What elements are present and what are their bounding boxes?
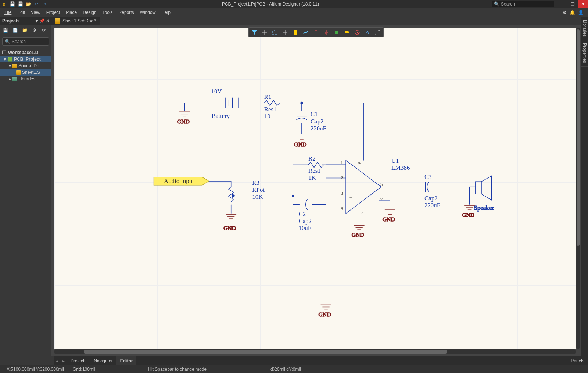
tab-next-icon[interactable]: ▸ (60, 358, 67, 363)
global-search[interactable]: 🔍 Search (492, 1, 554, 7)
place-netlabel-icon[interactable] (342, 28, 352, 36)
vertical-scrollbar[interactable] (576, 28, 580, 349)
menu-place[interactable]: Place (63, 8, 80, 17)
scroll-thumb[interactable] (577, 29, 580, 246)
gnd-c2[interactable]: GND (319, 305, 331, 317)
menu-help[interactable]: Help (158, 8, 173, 17)
menu-tools[interactable]: Tools (100, 8, 116, 17)
menu-reports[interactable]: Reports (116, 8, 137, 17)
panel-dropdown-icon[interactable]: ▾ (36, 18, 38, 24)
title-bar: ⌀ 💾 💾 📂 ↶ ↷ PCB_Project1.PrjPCB - Altium… (0, 0, 588, 8)
svg-point-1 (292, 195, 294, 197)
place-sheet-icon[interactable] (332, 28, 341, 36)
gnd-pot[interactable]: GND (223, 214, 236, 231)
component-speaker[interactable]: Speaker (470, 176, 494, 212)
schematic-canvas[interactable]: 10V Battery R1 Res1 10 (54, 28, 576, 349)
component-r3[interactable]: R3 RPot 10K (228, 179, 265, 202)
open-icon[interactable]: 📂 (25, 1, 32, 7)
place-gnd-icon[interactable] (322, 28, 331, 36)
component-c2[interactable]: C2 Cap2 10uF (299, 199, 312, 232)
gnd-speaker[interactable]: GND (462, 205, 475, 218)
crosshair-icon[interactable] (260, 28, 269, 36)
user-icon[interactable]: 👤 (578, 10, 584, 15)
svg-text:220uF: 220uF (424, 202, 440, 209)
svg-text:GND: GND (383, 216, 395, 222)
footer-tab-projects[interactable]: Projects (67, 356, 90, 365)
tab-prev-icon[interactable]: ◂ (54, 358, 60, 363)
projects-search[interactable]: 🔍 Search (2, 37, 49, 46)
net-label-audio-input[interactable]: Audio Input (154, 177, 209, 185)
gnd-pin7[interactable]: GND (383, 210, 395, 222)
place-noerc-icon[interactable] (352, 28, 362, 36)
gnd-battery[interactable]: GND (177, 112, 190, 124)
refresh-icon[interactable]: ⟳ (40, 27, 47, 33)
svg-text:C1: C1 (311, 111, 318, 118)
tab-sheet1[interactable]: Sheet1.SchDoc * (51, 17, 100, 25)
svg-text:GND: GND (223, 225, 236, 231)
redo-icon[interactable]: ↷ (41, 1, 48, 7)
menu-file[interactable]: File (1, 8, 14, 17)
panels-button[interactable]: Panels (567, 358, 588, 363)
tree-libraries[interactable]: ▸ Libraries (0, 76, 51, 82)
tree-workspace[interactable]: 🗔 Workspace1.D (0, 49, 51, 56)
svg-text:Cap2: Cap2 (424, 195, 438, 202)
projects-toolbar: 💾 📄 📁 ⚙ ⟳ (0, 25, 51, 35)
tree-sheet[interactable]: Sheet1.S (0, 69, 51, 76)
menu-design[interactable]: Design (80, 8, 99, 17)
place-part-icon[interactable] (291, 28, 300, 36)
settings-tree-icon[interactable]: ⚙ (31, 27, 37, 33)
maximize-button[interactable]: ❐ (567, 0, 578, 8)
tree-source-docs[interactable]: ▾ Source Do (0, 62, 51, 69)
svg-text:R1: R1 (264, 93, 272, 100)
undo-icon[interactable]: ↶ (33, 1, 40, 7)
close-button[interactable]: ✕ (578, 0, 588, 8)
component-c1[interactable]: C1 Cap2 220uF (297, 111, 326, 132)
save-tree-icon[interactable]: 💾 (2, 27, 9, 33)
component-battery[interactable]: 10V Battery (211, 88, 239, 119)
svg-text:−: − (349, 177, 352, 183)
editor-tabstrip: ◂ ▸ Projects Navigator Editor Panels (54, 356, 588, 365)
schematic-doc-icon (16, 70, 21, 75)
place-wire-icon[interactable] (301, 28, 311, 36)
gnd-c1[interactable]: GND (294, 135, 307, 147)
select-rect-icon[interactable] (270, 28, 280, 36)
place-text-icon[interactable]: A (363, 28, 372, 36)
component-c3[interactable]: C3 Cap2 220uF (424, 173, 440, 209)
horizontal-scrollbar[interactable] (54, 349, 576, 354)
settings-icon[interactable]: ⚙ (563, 10, 567, 15)
svg-text:10V: 10V (211, 88, 222, 95)
svg-text:10uF: 10uF (299, 225, 312, 232)
menu-window[interactable]: Window (137, 8, 159, 17)
menu-edit[interactable]: Edit (14, 8, 28, 17)
place-power-icon[interactable] (311, 28, 321, 36)
search-icon: 🔍 (5, 39, 10, 44)
panel-close-icon[interactable]: × (46, 18, 49, 24)
panel-pin-icon[interactable]: 📌 (39, 18, 45, 24)
component-u1[interactable]: − + 1 2 3 8 5 7 6 4 U1 LM386 (341, 157, 410, 216)
tab-libraries[interactable]: Libraries (581, 17, 588, 40)
scroll-thumb[interactable] (84, 350, 447, 354)
tab-properties[interactable]: Properties (581, 40, 588, 67)
gnd-pin4[interactable]: GND (352, 225, 365, 238)
save-icon[interactable]: 💾 (9, 1, 15, 7)
new-doc-icon[interactable]: 📄 (12, 27, 18, 33)
footer-tab-editor[interactable]: Editor (116, 356, 137, 365)
save-all-icon[interactable]: 💾 (17, 1, 24, 7)
svg-text:6: 6 (357, 161, 362, 164)
svg-text:3: 3 (341, 190, 343, 196)
move-icon[interactable] (280, 28, 290, 36)
menu-view[interactable]: View (28, 8, 43, 17)
svg-text:GND: GND (177, 118, 190, 125)
notifications-icon[interactable]: 🔔 (570, 10, 575, 15)
menu-project[interactable]: Project (43, 8, 63, 17)
minimize-button[interactable]: — (557, 0, 567, 8)
component-r1[interactable]: R1 Res1 10 (264, 93, 280, 120)
component-r2[interactable]: R2 Res1 1K (308, 155, 324, 182)
svg-text:2: 2 (341, 175, 343, 180)
footer-tab-navigator[interactable]: Navigator (90, 356, 116, 365)
svg-text:1: 1 (341, 159, 343, 165)
folder-icon[interactable]: 📁 (21, 27, 28, 33)
place-arc-icon[interactable] (373, 28, 383, 36)
tree-project[interactable]: ▾ 🟩 PCB_Project (0, 56, 51, 62)
filter-icon[interactable] (250, 28, 259, 36)
